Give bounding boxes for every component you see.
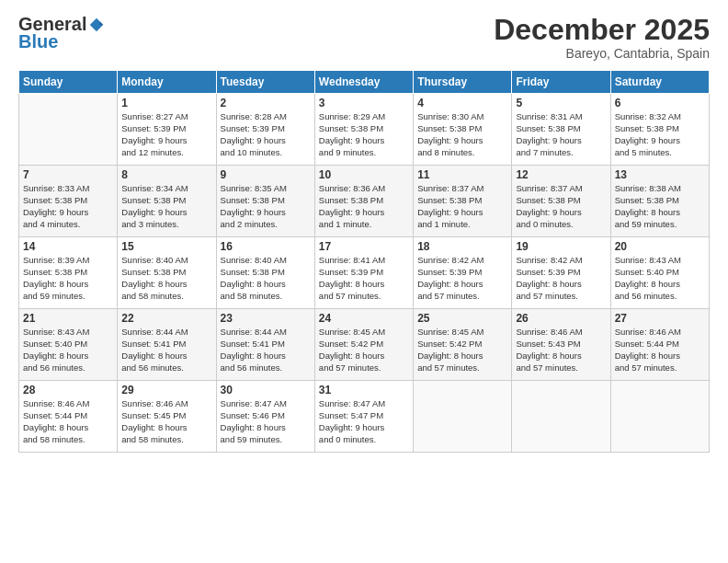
day-number: 16 [221,240,311,253]
table-row [414,381,512,453]
day-number: 14 [23,240,113,253]
day-info: Sunrise: 8:39 AM Sunset: 5:38 PM Dayligh… [23,255,113,302]
table-row: 24Sunrise: 8:45 AM Sunset: 5:42 PM Dayli… [314,309,413,381]
table-row [19,94,118,166]
table-row: 23Sunrise: 8:44 AM Sunset: 5:41 PM Dayli… [216,309,314,381]
col-friday: Friday [512,71,610,94]
day-number: 5 [516,97,606,109]
table-row: 13Sunrise: 8:38 AM Sunset: 5:38 PM Dayli… [610,166,709,237]
table-row: 25Sunrise: 8:45 AM Sunset: 5:42 PM Dayli… [414,309,512,381]
day-number: 7 [23,168,113,181]
day-info: Sunrise: 8:33 AM Sunset: 5:38 PM Dayligh… [23,183,113,230]
calendar-week-row: 7Sunrise: 8:33 AM Sunset: 5:38 PM Daylig… [19,166,710,237]
day-number: 6 [615,97,705,109]
table-row: 2Sunrise: 8:28 AM Sunset: 5:39 PM Daylig… [216,94,314,166]
table-row [512,381,610,453]
day-info: Sunrise: 8:46 AM Sunset: 5:43 PM Dayligh… [516,327,606,373]
calendar-week-row: 28Sunrise: 8:46 AM Sunset: 5:44 PM Dayli… [19,381,710,453]
day-info: Sunrise: 8:37 AM Sunset: 5:38 PM Dayligh… [417,183,507,230]
day-info: Sunrise: 8:38 AM Sunset: 5:38 PM Dayligh… [615,183,705,230]
day-number: 18 [417,240,507,253]
day-number: 8 [121,168,211,181]
day-number: 25 [417,312,507,325]
day-number: 13 [615,168,705,181]
day-number: 31 [319,384,409,396]
day-number: 21 [23,312,113,325]
table-row: 15Sunrise: 8:40 AM Sunset: 5:38 PM Dayli… [118,237,216,309]
day-number: 27 [615,312,705,325]
day-info: Sunrise: 8:43 AM Sunset: 5:40 PM Dayligh… [23,327,113,373]
page-container: General Blue December 2025 Bareyo, Canta… [0,0,728,563]
day-number: 19 [516,240,606,253]
day-number: 20 [615,240,705,253]
table-row: 1Sunrise: 8:27 AM Sunset: 5:39 PM Daylig… [118,94,216,166]
month-title: December 2025 [494,14,710,46]
day-info: Sunrise: 8:47 AM Sunset: 5:47 PM Dayligh… [319,398,409,445]
table-row: 21Sunrise: 8:43 AM Sunset: 5:40 PM Dayli… [19,309,118,381]
day-number: 3 [319,97,409,109]
day-info: Sunrise: 8:41 AM Sunset: 5:39 PM Dayligh… [319,255,409,302]
table-row: 20Sunrise: 8:43 AM Sunset: 5:40 PM Dayli… [610,237,709,309]
day-number: 26 [516,312,606,325]
title-block: December 2025 Bareyo, Cantabria, Spain [494,14,710,61]
day-info: Sunrise: 8:35 AM Sunset: 5:38 PM Dayligh… [221,183,311,230]
table-row: 11Sunrise: 8:37 AM Sunset: 5:38 PM Dayli… [414,166,512,237]
col-thursday: Thursday [414,71,512,94]
calendar-week-row: 14Sunrise: 8:39 AM Sunset: 5:38 PM Dayli… [19,237,710,309]
col-sunday: Sunday [19,71,118,94]
day-info: Sunrise: 8:31 AM Sunset: 5:38 PM Dayligh… [516,111,606,158]
table-row: 26Sunrise: 8:46 AM Sunset: 5:43 PM Dayli… [512,309,610,381]
day-info: Sunrise: 8:46 AM Sunset: 5:44 PM Dayligh… [23,398,113,445]
table-row: 14Sunrise: 8:39 AM Sunset: 5:38 PM Dayli… [19,237,118,309]
table-row: 31Sunrise: 8:47 AM Sunset: 5:47 PM Dayli… [314,381,413,453]
table-row: 3Sunrise: 8:29 AM Sunset: 5:38 PM Daylig… [314,94,413,166]
day-number: 10 [319,168,409,181]
page-header: General Blue December 2025 Bareyo, Canta… [18,14,710,61]
day-info: Sunrise: 8:45 AM Sunset: 5:42 PM Dayligh… [417,327,507,373]
table-row: 9Sunrise: 8:35 AM Sunset: 5:38 PM Daylig… [216,166,314,237]
day-info: Sunrise: 8:40 AM Sunset: 5:38 PM Dayligh… [121,255,211,302]
table-row: 6Sunrise: 8:32 AM Sunset: 5:38 PM Daylig… [610,94,709,166]
day-number: 12 [516,168,606,181]
calendar-week-row: 1Sunrise: 8:27 AM Sunset: 5:39 PM Daylig… [19,94,710,166]
calendar-table: Sunday Monday Tuesday Wednesday Thursday… [18,70,710,453]
day-number: 28 [23,384,113,396]
logo: General Blue [18,14,105,52]
day-info: Sunrise: 8:30 AM Sunset: 5:38 PM Dayligh… [417,111,507,158]
day-info: Sunrise: 8:27 AM Sunset: 5:39 PM Dayligh… [121,111,211,158]
day-number: 11 [417,168,507,181]
table-row: 29Sunrise: 8:46 AM Sunset: 5:45 PM Dayli… [118,381,216,453]
day-number: 24 [319,312,409,325]
day-info: Sunrise: 8:37 AM Sunset: 5:38 PM Dayligh… [516,183,606,230]
day-info: Sunrise: 8:45 AM Sunset: 5:42 PM Dayligh… [319,327,409,373]
table-row: 22Sunrise: 8:44 AM Sunset: 5:41 PM Dayli… [118,309,216,381]
day-info: Sunrise: 8:40 AM Sunset: 5:38 PM Dayligh… [221,255,311,302]
day-info: Sunrise: 8:42 AM Sunset: 5:39 PM Dayligh… [417,255,507,302]
table-row: 4Sunrise: 8:30 AM Sunset: 5:38 PM Daylig… [414,94,512,166]
day-number: 17 [319,240,409,253]
table-row: 28Sunrise: 8:46 AM Sunset: 5:44 PM Dayli… [19,381,118,453]
table-row: 19Sunrise: 8:42 AM Sunset: 5:39 PM Dayli… [512,237,610,309]
day-number: 9 [221,168,311,181]
day-info: Sunrise: 8:34 AM Sunset: 5:38 PM Dayligh… [121,183,211,230]
table-row: 10Sunrise: 8:36 AM Sunset: 5:38 PM Dayli… [314,166,413,237]
day-number: 15 [121,240,211,253]
day-info: Sunrise: 8:29 AM Sunset: 5:38 PM Dayligh… [319,111,409,158]
table-row: 27Sunrise: 8:46 AM Sunset: 5:44 PM Dayli… [610,309,709,381]
day-info: Sunrise: 8:32 AM Sunset: 5:38 PM Dayligh… [615,111,705,158]
table-row: 17Sunrise: 8:41 AM Sunset: 5:39 PM Dayli… [314,237,413,309]
table-row: 12Sunrise: 8:37 AM Sunset: 5:38 PM Dayli… [512,166,610,237]
day-info: Sunrise: 8:43 AM Sunset: 5:40 PM Dayligh… [615,255,705,302]
day-info: Sunrise: 8:36 AM Sunset: 5:38 PM Dayligh… [319,183,409,230]
col-wednesday: Wednesday [314,71,413,94]
table-row: 30Sunrise: 8:47 AM Sunset: 5:46 PM Dayli… [216,381,314,453]
day-info: Sunrise: 8:44 AM Sunset: 5:41 PM Dayligh… [121,327,211,373]
day-info: Sunrise: 8:28 AM Sunset: 5:39 PM Dayligh… [221,111,311,158]
table-row: 7Sunrise: 8:33 AM Sunset: 5:38 PM Daylig… [19,166,118,237]
day-info: Sunrise: 8:42 AM Sunset: 5:39 PM Dayligh… [516,255,606,302]
day-number: 1 [121,97,211,109]
day-info: Sunrise: 8:44 AM Sunset: 5:41 PM Dayligh… [221,327,311,373]
table-row [610,381,709,453]
day-number: 29 [121,384,211,396]
day-number: 2 [221,97,311,109]
